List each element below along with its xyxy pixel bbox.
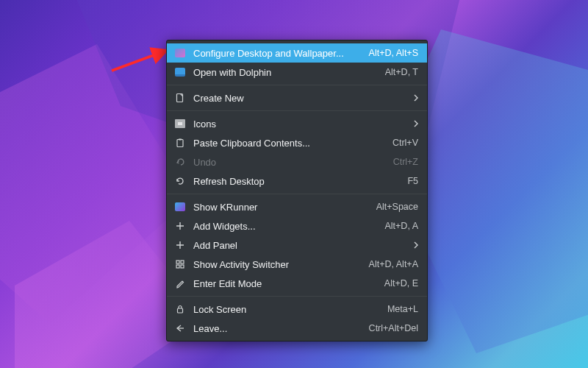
menu-item-label: Configure Desktop and Wallpaper... xyxy=(193,48,362,59)
menu-item-label: Add Panel xyxy=(193,240,404,251)
menu-separator xyxy=(167,194,427,194)
menu-item-add-panel[interactable]: Add Panel xyxy=(167,236,427,255)
edit-icon xyxy=(174,277,186,289)
menu-item-configure-desktop[interactable]: Configure Desktop and Wallpaper... Alt+D… xyxy=(167,43,427,63)
menu-item-label: Enter Edit Mode xyxy=(193,278,377,289)
desktop-context-menu[interactable]: Configure Desktop and Wallpaper... Alt+D… xyxy=(166,40,428,342)
menu-item-refresh[interactable]: Refresh Desktop F5 xyxy=(167,171,427,191)
menu-item-label: Icons xyxy=(193,118,404,130)
menu-item-shortcut: Alt+D, T xyxy=(385,67,418,77)
menu-item-label: Paste Clipboard Contents... xyxy=(193,138,385,149)
menu-separator xyxy=(167,85,427,85)
menu-item-activity-switcher[interactable]: Show Activity Switcher Alt+D, Alt+A xyxy=(167,255,427,274)
svg-rect-5 xyxy=(181,261,184,263)
paste-icon xyxy=(174,137,186,149)
svg-rect-2 xyxy=(177,140,183,147)
menu-separator xyxy=(167,296,427,297)
svg-rect-6 xyxy=(176,265,179,268)
menu-item-shortcut: Ctrl+Alt+Del xyxy=(369,323,418,333)
document-new-icon xyxy=(174,92,186,104)
menu-item-shortcut: Ctrl+Z xyxy=(393,157,418,167)
menu-item-krunner[interactable]: Show KRunner Alt+Space xyxy=(167,197,427,216)
menu-item-icons[interactable]: Icons xyxy=(167,114,427,133)
svg-rect-4 xyxy=(176,261,179,263)
refresh-icon xyxy=(174,175,186,187)
menu-item-leave[interactable]: Leave... Ctrl+Alt+Del xyxy=(167,319,427,338)
menu-item-paste[interactable]: Paste Clipboard Contents... Ctrl+V xyxy=(167,133,427,152)
menu-item-label: Undo xyxy=(193,157,386,168)
krunner-icon xyxy=(174,201,186,213)
svg-rect-8 xyxy=(178,308,183,313)
undo-icon xyxy=(174,156,186,168)
menu-item-edit-mode[interactable]: Enter Edit Mode Alt+D, E xyxy=(167,274,427,293)
menu-item-shortcut: F5 xyxy=(407,176,418,186)
menu-item-create-new[interactable]: Create New xyxy=(167,88,427,107)
folder-icon xyxy=(174,66,186,78)
menu-item-label: Show KRunner xyxy=(193,202,369,213)
menu-item-add-widgets[interactable]: Add Widgets... Alt+D, A xyxy=(167,216,427,236)
icons-grid-icon xyxy=(174,118,186,130)
menu-item-shortcut: Alt+D, E xyxy=(384,278,418,289)
menu-item-undo: Undo Ctrl+Z xyxy=(167,152,427,171)
menu-item-label: Add Widgets... xyxy=(193,221,377,232)
plus-icon xyxy=(174,220,186,232)
menu-item-label: Open with Dolphin xyxy=(193,67,378,78)
menu-item-lock-screen[interactable]: Lock Screen Meta+L xyxy=(167,300,427,319)
desktop-config-icon xyxy=(174,47,186,59)
menu-item-shortcut: Alt+D, Alt+A xyxy=(369,259,418,269)
menu-item-label: Create New xyxy=(193,93,404,104)
menu-item-shortcut: Alt+Space xyxy=(376,202,418,212)
menu-item-shortcut: Alt+D, A xyxy=(384,221,418,231)
menu-item-shortcut: Alt+D, Alt+S xyxy=(369,48,418,58)
chevron-right-icon xyxy=(411,94,418,102)
svg-rect-7 xyxy=(181,265,184,268)
menu-separator xyxy=(167,110,427,111)
menu-item-label: Show Activity Switcher xyxy=(193,259,362,270)
menu-item-open-dolphin[interactable]: Open with Dolphin Alt+D, T xyxy=(167,63,427,82)
leave-icon xyxy=(174,322,186,334)
activities-icon xyxy=(174,258,186,270)
chevron-right-icon xyxy=(411,241,418,249)
menu-item-label: Refresh Desktop xyxy=(193,176,400,187)
menu-item-shortcut: Meta+L xyxy=(387,304,418,314)
menu-item-shortcut: Ctrl+V xyxy=(392,138,418,148)
chevron-right-icon xyxy=(411,120,418,127)
menu-item-label: Leave... xyxy=(193,323,362,334)
plus-icon xyxy=(174,239,186,251)
svg-rect-3 xyxy=(179,139,182,141)
menu-item-label: Lock Screen xyxy=(193,304,380,315)
lock-icon xyxy=(174,303,186,315)
